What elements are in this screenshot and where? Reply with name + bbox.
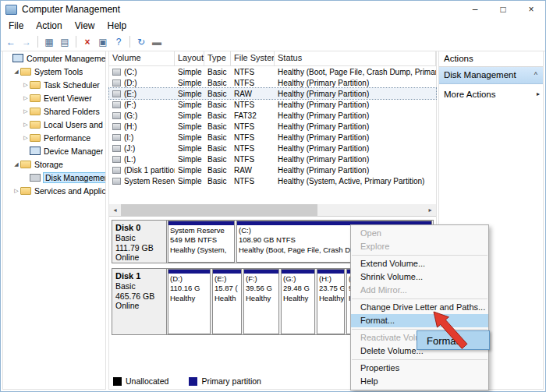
- menu-item-shrink-volume[interactable]: Shrink Volume...: [351, 270, 488, 284]
- collapsed-chevron-icon[interactable]: ▷: [22, 82, 30, 88]
- collapsed-chevron-icon[interactable]: ▷: [12, 188, 20, 194]
- back-icon[interactable]: ←: [4, 35, 18, 49]
- table-row[interactable]: (I:) Simple Basic NTFS Healthy (Primary …: [109, 132, 436, 143]
- console-tree-icon[interactable]: ▦: [42, 35, 56, 49]
- disk-icon: [30, 174, 41, 182]
- tree-item-device-manager[interactable]: Device Manager: [3, 144, 105, 157]
- menu-action[interactable]: Action: [30, 20, 68, 31]
- volume-icon: [112, 123, 121, 130]
- submenu-arrow-icon: ▸: [537, 87, 543, 102]
- menu-view[interactable]: View: [69, 20, 101, 31]
- collapsed-chevron-icon[interactable]: ▷: [22, 95, 30, 101]
- volume-icon: [112, 101, 121, 108]
- expanded-chevron-icon[interactable]: ◢: [12, 161, 20, 168]
- volume-icon: [112, 134, 121, 141]
- folder-icon: [30, 121, 41, 129]
- partition-d[interactable]: (D:) 110.16 G Healthy: [168, 269, 211, 334]
- table-row[interactable]: (F:) Simple Basic NTFS Healthy (Primary …: [109, 99, 436, 110]
- toolbar-separator: [37, 36, 38, 48]
- horizontal-scrollbar[interactable]: ◂ ▸: [109, 204, 436, 216]
- properties-icon[interactable]: ▣: [96, 35, 110, 49]
- tree-item-system-tools[interactable]: ◢ System Tools: [3, 65, 105, 78]
- folder-icon: [30, 81, 41, 89]
- minimize-button[interactable]: –: [461, 1, 489, 18]
- table-row[interactable]: (C:) Simple Basic NTFS Healthy (Boot, Pa…: [109, 66, 436, 77]
- tree-item-shared-folders[interactable]: ▷ Shared Folders: [3, 104, 105, 118]
- tree-item-disk-management[interactable]: Disk Management: [3, 171, 105, 184]
- volume-icon: [112, 167, 121, 174]
- volume-icon: [112, 156, 121, 163]
- table-row[interactable]: System Reserved (K:) Simple Basic NTFS H…: [109, 175, 436, 186]
- menu-file[interactable]: File: [2, 20, 30, 31]
- menu-item-explore: Explore: [351, 240, 488, 253]
- volume-icon: [112, 178, 121, 185]
- table-row[interactable]: (G:) Simple Basic FAT32 Healthy (Primary…: [109, 110, 436, 121]
- actions-section-disk-management[interactable]: Disk Management ^: [439, 67, 543, 84]
- tree-item-local-users-and-groups[interactable]: ▷ Local Users and Groups: [3, 118, 105, 131]
- console-tree: Computer Management (Local ◢ System Tool…: [2, 51, 106, 390]
- menu-item-extend-volume[interactable]: Extend Volume...: [351, 257, 488, 270]
- help-icon[interactable]: ?: [112, 35, 126, 49]
- scrollbar-track[interactable]: [317, 204, 424, 216]
- expanded-chevron-icon[interactable]: ◢: [12, 69, 20, 75]
- volume-icon: [112, 69, 121, 76]
- column-header-volume[interactable]: Volume: [109, 51, 175, 65]
- close-button[interactable]: ×: [517, 1, 545, 18]
- folder-icon: [30, 94, 41, 102]
- menu-item-format[interactable]: Format...: [351, 314, 488, 327]
- disk-icon[interactable]: ▬: [150, 35, 164, 49]
- partition-e[interactable]: (E:) 15.87 ( Health: [212, 269, 242, 334]
- partition-h[interactable]: (H:) 23.75 G Healthy: [317, 269, 345, 334]
- menu-item-properties[interactable]: Properties: [351, 362, 488, 375]
- collapsed-chevron-icon[interactable]: ▷: [22, 108, 30, 115]
- legend: Unallocated Primary partition: [113, 376, 261, 386]
- menu-separator: [352, 255, 488, 256]
- column-header-type[interactable]: Type: [204, 51, 231, 65]
- menu-item-help[interactable]: Help: [351, 375, 488, 388]
- folder-icon: [20, 68, 31, 76]
- collapse-chevron-icon: ^: [534, 67, 543, 83]
- menu-help[interactable]: Help: [101, 20, 133, 31]
- partition-system-reserved[interactable]: System Reserve 549 MB NTFS Healthy (Syst…: [168, 221, 235, 263]
- tree-item-task-scheduler[interactable]: ▷ Task Scheduler: [3, 78, 105, 91]
- collapsed-chevron-icon[interactable]: ▷: [22, 122, 30, 128]
- tree-item-services-and-applications[interactable]: ▷ Services and Applications: [3, 184, 105, 197]
- tree-item-performance[interactable]: ▷ Performance: [3, 131, 105, 144]
- unallocated-swatch: [113, 377, 122, 386]
- column-header-file-system[interactable]: File System: [231, 51, 275, 65]
- scrollbar-thumb[interactable]: [121, 204, 317, 216]
- table-row-selected[interactable]: (E:) Simple Basic RAW Healthy (Primary P…: [109, 88, 436, 99]
- table-row[interactable]: (D:) Simple Basic NTFS Healthy (Primary …: [109, 77, 436, 88]
- app-icon: [5, 5, 17, 15]
- column-header-status[interactable]: Status: [275, 51, 436, 65]
- table-row[interactable]: (H:) Simple Basic NTFS Healthy (Primary …: [109, 121, 436, 132]
- collapsed-chevron-icon[interactable]: ▷: [22, 135, 30, 141]
- actions-title: Actions: [439, 51, 543, 67]
- scroll-right-button[interactable]: ▸: [424, 204, 436, 216]
- export-list-icon[interactable]: ▤: [58, 35, 72, 49]
- table-row[interactable]: (J:) Simple Basic NTFS Healthy (Primary …: [109, 143, 436, 154]
- folder-icon: [30, 134, 41, 142]
- disk-1-header[interactable]: Disk 1 Basic 465.76 GB Online: [112, 269, 167, 334]
- folder-icon: [30, 108, 41, 115]
- more-actions-item[interactable]: More Actions ▸: [439, 87, 543, 102]
- partition-f[interactable]: (F:) 39.56 G Healthy: [243, 269, 279, 334]
- scroll-left-button[interactable]: ◂: [109, 204, 121, 216]
- tree-item-computer-management[interactable]: Computer Management (Local: [3, 51, 105, 65]
- delete-icon[interactable]: ×: [80, 35, 94, 49]
- disk-0-header[interactable]: Disk 0 Basic 111.79 GB Online: [112, 221, 167, 263]
- primary-partition-swatch: [189, 377, 197, 386]
- forward-icon[interactable]: →: [20, 35, 34, 49]
- partition-g[interactable]: (G:) 29.48 G Healthy: [281, 269, 315, 334]
- volume-icon: [112, 145, 121, 152]
- table-row[interactable]: (Disk 1 partition 2) Simple Basic RAW He…: [109, 164, 436, 175]
- table-row[interactable]: (L:) Simple Basic NTFS Healthy (Primary …: [109, 154, 436, 164]
- tree-item-event-viewer[interactable]: ▷ Event Viewer: [3, 91, 105, 104]
- maximize-button[interactable]: □: [489, 1, 517, 18]
- volume-list: Volume Layout Type File System Status (C…: [109, 51, 436, 217]
- refresh-icon[interactable]: ↻: [134, 35, 148, 49]
- menu-item-change-drive-letter-and-paths[interactable]: Change Drive Letter and Paths...: [351, 301, 488, 314]
- tree-item-storage[interactable]: ◢ Storage: [3, 157, 105, 171]
- column-header-layout[interactable]: Layout: [175, 51, 204, 65]
- toolbar-separator: [76, 36, 76, 48]
